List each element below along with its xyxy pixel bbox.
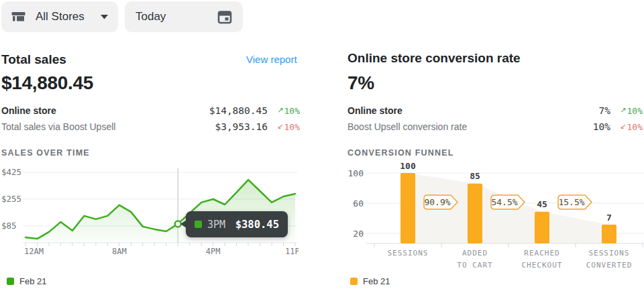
svg-text:85: 85 <box>470 171 480 181</box>
arrow-up-icon: ↗ <box>620 106 626 115</box>
tooltip-value: $380.45 <box>235 219 279 231</box>
svg-text:ADDEDTO CART: ADDEDTO CART <box>457 249 492 270</box>
svg-text:60: 60 <box>353 198 364 209</box>
total-sales-row-boost-upsell: Total sales via Boost Upsell $3,953.16 ↙… <box>1 120 300 133</box>
delta-badge: ↙10% <box>273 122 300 132</box>
arrow-down-icon: ↙ <box>277 122 283 131</box>
delta-badge: ↗10% <box>273 106 300 116</box>
svg-text:90.9%: 90.9% <box>424 197 450 207</box>
total-sales-title: Total sales <box>1 52 66 67</box>
store-selector-button[interactable]: All Stores <box>1 1 118 32</box>
conversion-rate-value: 7% <box>347 72 374 94</box>
sales-over-time-heading: SALES OVER TIME <box>1 148 90 158</box>
view-report-link[interactable]: View report <box>246 54 297 65</box>
svg-text:15.5%: 15.5% <box>558 197 584 207</box>
svg-text:4PM: 4PM <box>206 247 221 256</box>
row-label: Online store <box>347 105 402 116</box>
svg-text:100: 100 <box>348 168 364 178</box>
conversion-funnel-heading: CONVERSION FUNNEL <box>347 148 454 158</box>
svg-text:12AM: 12AM <box>24 247 44 256</box>
sales-chart-legend: Feb 21 <box>7 276 46 286</box>
svg-text:SESSIONSCONVERTED: SESSIONSCONVERTED <box>586 249 633 270</box>
chart-tooltip: 3PM $380.45 <box>186 211 288 237</box>
svg-text:11PM: 11PM <box>285 247 299 256</box>
svg-text:45: 45 <box>537 199 547 209</box>
legend-label: Feb 21 <box>363 276 390 286</box>
row-value: $3,953.16 <box>215 121 268 132</box>
date-range-label: Today <box>136 10 166 23</box>
date-range-button[interactable]: Today <box>125 1 243 32</box>
legend-label: Feb 21 <box>19 276 46 286</box>
svg-text:20: 20 <box>353 229 364 239</box>
storefront-icon <box>11 9 26 25</box>
tooltip-series-swatch <box>195 221 202 228</box>
conversion-funnel-chart: 10060201008545790.9%54.5%15.5%SESSIONSAD… <box>347 161 644 278</box>
arrow-down-icon: ↙ <box>620 122 626 131</box>
svg-text:7: 7 <box>606 213 612 223</box>
svg-text:$85: $85 <box>1 221 17 231</box>
svg-text:REACHEDCHECKOUT: REACHEDCHECKOUT <box>522 249 563 270</box>
svg-text:SESSIONS: SESSIONS <box>388 249 429 257</box>
delta-badge: ↙10% <box>616 122 643 132</box>
store-selector-label: All Stores <box>36 10 85 23</box>
arrow-up-icon: ↗ <box>277 106 283 115</box>
svg-text:54.5%: 54.5% <box>491 197 517 207</box>
row-value: $14,880.45 <box>209 105 268 116</box>
conversion-rate-title: Online store conversion rate <box>347 51 521 66</box>
delta-badge: ↗10% <box>616 106 643 116</box>
row-label: Total sales via Boost Upsell <box>1 121 115 132</box>
svg-text:8AM: 8AM <box>112 247 127 256</box>
svg-text:$255: $255 <box>1 194 21 204</box>
svg-text:100: 100 <box>400 161 416 171</box>
funnel-chart-legend: Feb 21 <box>350 276 390 286</box>
analytics-dashboard: All Stores Today Total sales View report… <box>0 0 644 289</box>
chevron-down-icon <box>101 15 109 19</box>
total-sales-row-online-store: Online store $14,880.45 ↗10% <box>1 104 300 117</box>
svg-text:$425: $425 <box>1 167 21 177</box>
row-value: 10% <box>593 121 610 132</box>
legend-swatch-orange <box>350 278 358 285</box>
legend-swatch-green <box>7 278 14 285</box>
row-value: 7% <box>599 105 610 116</box>
calendar-icon <box>217 9 232 24</box>
tooltip-time: 3PM <box>207 219 225 231</box>
conversion-row-boost-upsell: Boost Upsell conversion rate 10% ↙10% <box>347 120 643 133</box>
total-sales-value: $14,880.45 <box>1 72 93 94</box>
conversion-row-online-store: Online store 7% ↗10% <box>347 104 643 117</box>
row-label: Online store <box>1 105 56 116</box>
row-label: Boost Upsell conversion rate <box>347 121 467 132</box>
